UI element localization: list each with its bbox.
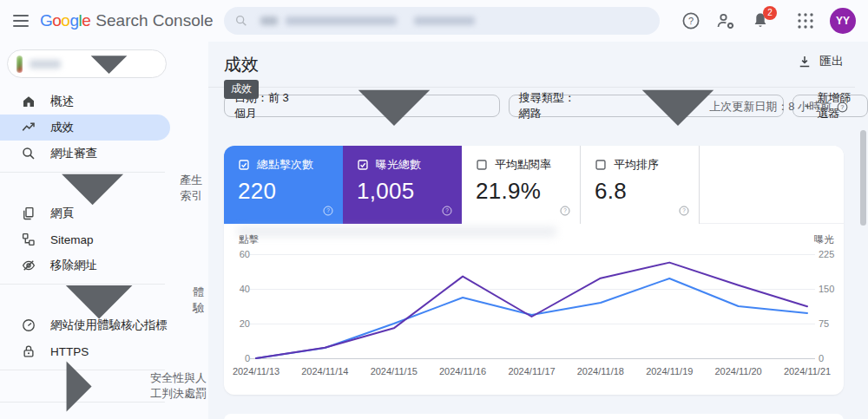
x-tick-label: 2024/11/21 [784,366,831,376]
metric-value: 21.9% [476,178,580,205]
help-icon[interactable]: ? [441,205,453,217]
redacted-search-text [260,16,278,25]
redacted-watermark [236,226,557,237]
x-tick-label: 2024/11/15 [371,366,418,376]
export-button[interactable]: 匯出 [797,54,844,69]
search-icon [234,14,248,28]
help-icon[interactable]: ? [559,205,571,217]
metric-card-3[interactable]: 平均排序6.8? [581,146,700,224]
scrollbar-thumb[interactable] [860,130,866,226]
sidebar-section-label: 產生索引 [180,173,208,204]
bell-icon[interactable]: 2 [750,10,771,31]
search-input[interactable] [224,7,660,35]
download-icon [797,54,812,69]
sidebar-section-9[interactable]: 體驗 [0,290,208,311]
gridline [250,254,815,255]
series-點擊 [256,278,807,358]
right-tick-label: 150 [819,284,834,294]
x-tick-label: 2024/11/18 [577,366,624,376]
metric-value: 6.8 [595,178,699,205]
product-name: Search Console [95,11,213,30]
help-icon[interactable]: ? [678,205,690,217]
right-tick-label: 75 [819,318,829,329]
last-updated: 上次更新日期：8 小時前 ? [709,99,849,115]
x-tick-label: 2024/11/14 [301,366,348,376]
svg-text:?: ? [563,207,567,213]
metric-card-1[interactable]: 曝光總數1,005? [343,146,462,224]
help-icon[interactable]: ? [681,10,701,31]
gridline [250,358,815,359]
right-tick-label: 225 [819,249,834,259]
property-selector[interactable] [7,49,167,78]
filter-chip-0[interactable]: 日期：前 3 個月 [224,95,500,117]
redacted-search-text [414,16,475,25]
x-tick-label: 2024/11/13 [233,366,279,376]
user-settings-icon[interactable] [715,10,736,31]
chevron-right-icon [10,319,145,419]
main-content: 成效 匯出 成效 日期：前 3 個月搜尋類型：網路新增篩選器 上次更新日期：8 … [208,42,868,419]
metric-label: 平均點閱率 [495,157,551,173]
right-axis-title: 曝光 [814,233,834,246]
metric-card-0[interactable]: 總點擊次數220? [224,146,343,224]
metric-label: 平均排序 [614,157,659,173]
right-tick-label: 0 [819,353,824,363]
sidebar: 概述成效網址審查產生索引網頁Sitemap移除網址體驗網站使用體驗核心指標HTT… [0,42,208,419]
gridline [250,289,815,290]
app-window: Google Search Console ? 2 YY 概述成效網址審查產生索… [0,0,868,419]
left-tick-label: 20 [227,318,250,329]
sidebar-section-13[interactable]: 安全性與人工判決處罰 [0,376,208,396]
sidebar-section-label: 體驗 [193,285,208,316]
redacted-search-text [286,16,397,25]
redacted-property-name [30,60,61,69]
svg-text:?: ? [445,207,449,213]
tab-tooltip: 成效 [224,80,259,99]
apps-grid-icon[interactable] [795,10,816,31]
next-panel-edge [224,414,844,419]
site-favicon [16,56,23,73]
svg-text:?: ? [326,207,330,213]
metric-card-2[interactable]: 平均點閱率21.9%? [462,146,581,224]
export-label: 匯出 [819,54,844,69]
checkbox-empty-icon[interactable] [595,159,607,171]
sidebar-section-4[interactable]: 產生索引 [0,178,208,199]
metric-value: 220 [238,178,343,205]
checkbox-empty-icon[interactable] [476,159,488,171]
last-updated-text: 上次更新日期：8 小時前 [709,99,832,115]
metric-label: 總點擊次數 [257,157,313,173]
help-icon[interactable]: ? [322,205,334,217]
metrics-filler [700,146,844,223]
metric-value: 1,005 [357,178,462,205]
checkbox-checked-icon[interactable] [357,159,369,171]
x-tick-label: 2024/11/17 [508,366,555,376]
filter-chip-label: 搜尋類型：網路 [519,90,577,121]
metric-label: 曝光總數 [376,157,421,173]
left-tick-label: 60 [227,249,250,259]
sidebar-section-label: 安全性與人工判決處罰 [150,370,208,402]
checkbox-checked-icon[interactable] [238,159,250,171]
left-tick-label: 40 [227,284,250,294]
x-tick-label: 2024/11/16 [439,366,486,376]
gridline [250,324,815,324]
performance-panel: 總點擊次數220?曝光總數1,005?平均點閱率21.9%?平均排序6.8? 點… [224,146,844,395]
help-icon[interactable]: ? [836,101,849,114]
hamburger-icon[interactable] [13,11,32,30]
google-logo: Google [40,11,90,30]
page-title: 成效 [224,53,259,76]
left-tick-label: 0 [227,353,250,363]
top-bar: Google Search Console ? 2 YY [0,0,868,42]
notification-badge: 2 [763,6,777,20]
svg-text:?: ? [682,207,686,213]
app-logo: Google Search Console [40,0,214,42]
series-曝光 [256,263,807,358]
x-tick-label: 2024/11/20 [715,366,762,376]
x-tick-label: 2024/11/19 [646,366,693,376]
svg-text:?: ? [841,104,845,110]
svg-text:?: ? [688,16,694,26]
avatar[interactable]: YY [830,8,856,34]
